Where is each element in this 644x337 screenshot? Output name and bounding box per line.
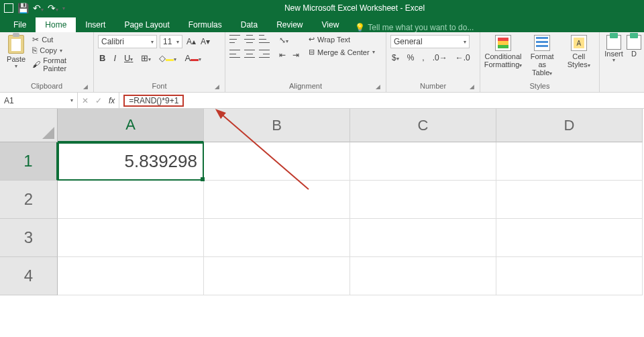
cell-b2[interactable] — [204, 181, 350, 219]
cell-b3[interactable] — [204, 219, 350, 257]
cell-d2[interactable] — [496, 181, 643, 219]
alignment-launcher-icon[interactable]: ◢ — [376, 83, 380, 90]
cut-button[interactable]: ✂Cut — [32, 35, 89, 44]
conditional-formatting-icon — [495, 35, 511, 51]
merge-icon: ⊟ — [309, 48, 315, 56]
merge-label: Merge & Center — [317, 48, 370, 56]
font-name-combo[interactable]: Calibri▾ — [98, 35, 157, 48]
paste-button[interactable]: Paste ▾ — [4, 35, 28, 69]
quick-access-toolbar: 💾 ↶▾ ↷▾ ▾ — [4, 3, 65, 13]
cell-styles-icon — [571, 35, 587, 51]
number-launcher-icon[interactable]: ◢ — [470, 83, 474, 90]
decrease-font-icon[interactable]: A▾ — [199, 36, 211, 47]
tell-me-text: Tell me what you want to do... — [368, 23, 474, 32]
orientation-icon[interactable]: ⤡▾ — [278, 35, 290, 46]
select-all-corner[interactable] — [0, 109, 58, 142]
copy-button[interactable]: ⎘Copy▾ — [32, 46, 89, 55]
italic-button[interactable]: I — [112, 52, 117, 64]
align-middle-icon[interactable] — [244, 35, 255, 43]
cell-d3[interactable] — [496, 219, 643, 257]
align-top-icon[interactable] — [229, 35, 240, 43]
row-header-1[interactable]: 1 — [0, 142, 58, 181]
tab-page-layout[interactable]: Page Layout — [115, 17, 178, 32]
ribbon-tabs: File Home Insert Page Layout Formulas Da… — [0, 16, 644, 32]
column-header-a[interactable]: A — [58, 109, 204, 142]
group-alignment: ⤡▾ ⇤ ⇥ ↩Wrap Text ⊟Merge & Center▾ Align… — [225, 32, 386, 92]
excel-icon — [4, 3, 13, 13]
font-color-button[interactable]: A▾ — [183, 52, 203, 64]
tab-data[interactable]: Data — [231, 17, 267, 32]
wrap-text-button[interactable]: ↩Wrap Text — [309, 35, 375, 44]
accounting-button[interactable]: $▾ — [390, 52, 400, 63]
percent-button[interactable]: % — [406, 52, 416, 63]
row-4: 4 — [0, 257, 644, 295]
cell-c1[interactable] — [350, 142, 496, 181]
cell-c2[interactable] — [350, 181, 496, 219]
column-headers: A B C D — [0, 109, 644, 142]
fill-color-button[interactable]: ◇▾ — [158, 52, 178, 64]
align-right-icon[interactable] — [259, 50, 270, 58]
fx-icon[interactable]: fx — [109, 96, 115, 105]
underline-button[interactable]: U▾ — [123, 52, 134, 64]
row-header-2[interactable]: 2 — [0, 181, 58, 219]
font-launcher-icon[interactable]: ◢ — [215, 83, 219, 90]
paste-label: Paste — [7, 55, 25, 63]
conditional-formatting-button[interactable]: ConditionalFormatting▾ — [484, 35, 522, 69]
merge-center-button[interactable]: ⊟Merge & Center▾ — [309, 48, 375, 56]
tab-review[interactable]: Review — [267, 17, 312, 32]
table-icon — [534, 35, 550, 51]
cell-a1[interactable]: 5.839298 — [58, 142, 204, 181]
tab-home[interactable]: Home — [36, 17, 76, 32]
name-box[interactable]: A1▾ — [0, 93, 78, 108]
formula-bar[interactable]: =RAND()*9+1 — [119, 93, 644, 108]
cell-d1[interactable] — [496, 142, 643, 181]
increase-decimal-icon[interactable]: .0→ — [431, 52, 449, 63]
cell-a3[interactable] — [58, 219, 204, 257]
decrease-decimal-icon[interactable]: ←.0 — [454, 52, 472, 63]
row-1: 1 5.839298 — [0, 142, 644, 181]
group-number: General▾ $▾ % , .0→ ←.0 Number◢ — [386, 32, 480, 92]
tab-view[interactable]: View — [313, 17, 349, 32]
tab-file[interactable]: File — [4, 17, 36, 32]
cell-a2[interactable] — [58, 181, 204, 219]
cancel-formula-icon[interactable]: ✕ — [82, 96, 89, 105]
cell-d4[interactable] — [496, 257, 643, 295]
comma-button[interactable]: , — [421, 52, 425, 63]
undo-icon[interactable]: ↶▾ — [33, 3, 44, 13]
cell-b4[interactable] — [204, 257, 350, 295]
save-icon[interactable]: 💾 — [17, 3, 29, 13]
tab-insert[interactable]: Insert — [76, 17, 115, 32]
borders-button[interactable]: ⊞▾ — [140, 52, 152, 64]
tell-me[interactable]: 💡Tell me what you want to do... — [355, 23, 474, 32]
bold-button[interactable]: B — [98, 52, 107, 64]
increase-indent-icon[interactable]: ⇥ — [291, 50, 301, 60]
enter-formula-icon[interactable]: ✓ — [95, 96, 102, 105]
increase-font-icon[interactable]: A▴ — [185, 36, 197, 47]
format-painter-button[interactable]: 🖌Format Painter — [32, 56, 89, 73]
group-styles: ConditionalFormatting▾ Format asTable▾ C… — [480, 32, 600, 92]
cell-c4[interactable] — [350, 257, 496, 295]
cell-c3[interactable] — [350, 219, 496, 257]
clipboard-launcher-icon[interactable]: ◢ — [83, 83, 88, 90]
row-header-4[interactable]: 4 — [0, 257, 58, 295]
align-bottom-icon[interactable] — [259, 35, 270, 43]
redo-icon[interactable]: ↷▾ — [48, 3, 58, 13]
align-left-icon[interactable] — [229, 50, 240, 58]
cell-a4[interactable] — [58, 257, 204, 295]
row-header-3[interactable]: 3 — [0, 219, 58, 257]
copy-label: Copy — [40, 46, 57, 54]
delete-button[interactable]: D — [628, 35, 640, 58]
cell-b1[interactable] — [204, 142, 350, 181]
format-as-table-button[interactable]: Format asTable▾ — [526, 35, 559, 77]
align-center-icon[interactable] — [244, 50, 255, 58]
font-size-combo[interactable]: 11▾ — [160, 35, 182, 48]
insert-button[interactable]: Insert▾ — [604, 35, 624, 64]
number-format-combo[interactable]: General▾ — [390, 35, 470, 48]
cell-styles-button[interactable]: CellStyles▾ — [563, 35, 596, 69]
column-header-b[interactable]: B — [204, 109, 350, 142]
tab-formulas[interactable]: Formulas — [179, 17, 231, 32]
column-header-c[interactable]: C — [350, 109, 496, 142]
decrease-indent-icon[interactable]: ⇤ — [278, 50, 287, 60]
column-header-d[interactable]: D — [496, 109, 643, 142]
insert-cells-icon — [606, 35, 621, 50]
